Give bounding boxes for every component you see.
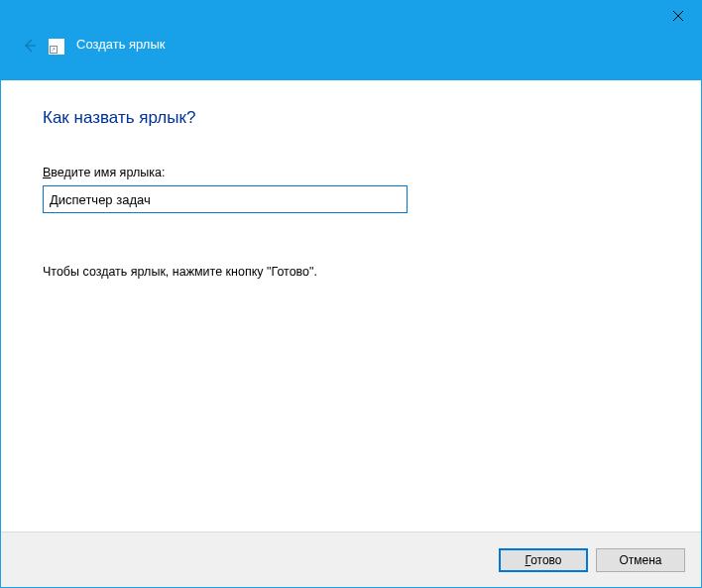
close-button[interactable]: [655, 1, 701, 31]
wizard-footer: Готово Отмена: [1, 531, 701, 587]
page-heading: Как назвать ярлык?: [43, 108, 659, 128]
cancel-button[interactable]: Отмена: [596, 548, 685, 572]
shortcut-name-label: Введите имя ярлыка:: [43, 166, 659, 179]
wizard-header: ↗ Создать ярлык: [1, 37, 701, 80]
titlebar: [1, 1, 701, 37]
shortcut-icon: ↗: [49, 39, 64, 55]
close-icon: [673, 11, 683, 21]
shortcut-name-input[interactable]: [43, 185, 408, 213]
finish-button[interactable]: Готово: [499, 548, 588, 572]
wizard-title: Создать ярлык: [76, 37, 165, 52]
back-button[interactable]: [19, 35, 41, 57]
back-arrow-icon: [22, 38, 38, 54]
hint-text: Чтобы создать ярлык, нажмите кнопку "Гот…: [43, 265, 659, 279]
create-shortcut-wizard: ↗ Создать ярлык Как назвать ярлык? Введи…: [0, 0, 702, 588]
wizard-content: Как назвать ярлык? Введите имя ярлыка: Ч…: [1, 80, 701, 531]
